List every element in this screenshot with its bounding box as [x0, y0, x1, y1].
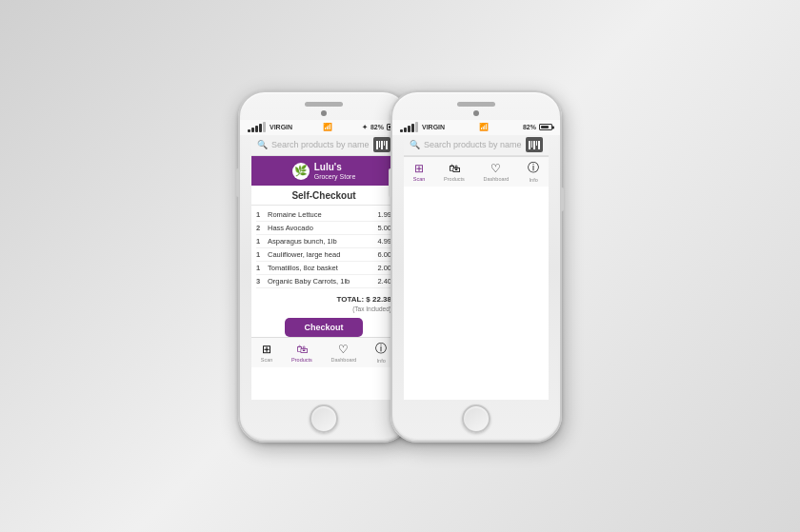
- home-button-left[interactable]: [310, 404, 338, 433]
- total-row-left: TOTAL: $ 22.38: [251, 291, 396, 305]
- signal-bars-right: [400, 122, 418, 132]
- wifi-left: 📶: [323, 123, 332, 131]
- nav-dashboard-left[interactable]: ♡ Dashboard: [331, 343, 357, 363]
- cart-item-0: 1 Romaine Lettuce 1.99: [256, 208, 391, 222]
- phone-top-left: [240, 92, 408, 120]
- signal-dot-5: [263, 122, 266, 132]
- search-input-left[interactable]: Search products by name: [271, 140, 370, 149]
- barcode-button-left[interactable]: [373, 137, 390, 152]
- signal-dot-1: [248, 129, 250, 132]
- item-name-2: Asparagus bunch, 1lb: [266, 237, 377, 246]
- speaker-left: [305, 102, 343, 107]
- app-header-text-container: Lulu's Grocery Store: [314, 162, 356, 181]
- carrier-right: VIRGIN: [422, 124, 445, 130]
- nav-products-right[interactable]: 🛍 Products: [444, 162, 465, 182]
- app-subtitle-left: Grocery Store: [314, 173, 356, 181]
- item-price-0: 1.99: [377, 210, 391, 219]
- bluetooth-left: ✦: [362, 124, 368, 131]
- item-name-0: Romaine Lettuce: [266, 210, 377, 219]
- nav-products-left[interactable]: 🛍 Products: [291, 343, 312, 363]
- checkout-title-left: Self-Checkout: [251, 186, 396, 206]
- item-name-4: Tomatillos, 8oz basket: [266, 264, 377, 272]
- item-name-1: Hass Avocado: [266, 224, 377, 232]
- nav-info-right[interactable]: ⓘ Info: [528, 160, 539, 183]
- signal-dot-r2: [404, 128, 407, 132]
- app-logo-left: 🌿: [292, 163, 310, 180]
- nav-dashboard-right[interactable]: ♡ Dashboard: [484, 162, 510, 182]
- cart-item-1: 2 Hass Avocado 5.00: [256, 222, 391, 235]
- cart-item-2: 1 Asparagus bunch, 1lb 4.99: [256, 235, 391, 248]
- item-qty-5: 3: [256, 277, 266, 286]
- front-camera-left: [321, 110, 327, 116]
- barcode-button-right[interactable]: [526, 137, 543, 152]
- phone-right: VIRGIN 📶 82% 🔍 Search products by name: [390, 90, 562, 443]
- speaker-right: [457, 102, 495, 107]
- search-bar-right[interactable]: 🔍 Search products by name: [404, 135, 549, 156]
- bottom-nav-left: ⊞ Scan 🛍 Products ♡ Dashboard ⓘ Info: [251, 337, 396, 367]
- status-bar-right: VIRGIN 📶 82%: [392, 120, 560, 135]
- scene: VIRGIN 📶 ✦ 82% 🔍 Search products by name: [0, 0, 800, 532]
- item-qty-3: 1: [256, 250, 266, 259]
- search-icon-left: 🔍: [257, 140, 268, 149]
- item-qty-2: 1: [256, 237, 266, 246]
- status-bar-left: VIRGIN 📶 ✦ 82%: [240, 120, 408, 135]
- item-price-1: 5.00: [377, 224, 391, 232]
- item-qty-0: 1: [256, 210, 266, 219]
- home-button-right[interactable]: [462, 404, 490, 433]
- phone-top-right: [392, 92, 560, 120]
- bottom-nav-right: ⊞ Scan 🛍 Products ♡ Dashboard ⓘ Info: [404, 156, 549, 187]
- nav-scan-left[interactable]: ⊞ Scan: [261, 343, 273, 363]
- search-icon-right: 🔍: [410, 140, 420, 149]
- signal-dot-r1: [400, 129, 403, 132]
- app-header-left: 🌿 Lulu's Grocery Store: [251, 156, 396, 186]
- dashboard-icon-left: ♡: [338, 343, 349, 356]
- scan-icon-left: ⊞: [262, 343, 271, 356]
- signal-bars-left: [248, 122, 266, 132]
- signal-dot-r4: [411, 124, 414, 132]
- cart-items-left: 1 Romaine Lettuce 1.99 2 Hass Avocado 5.…: [251, 206, 396, 291]
- search-bar-left[interactable]: 🔍 Search products by name: [251, 135, 396, 156]
- scan-label-left: Scan: [261, 357, 273, 363]
- app-name-left: Lulu's: [314, 162, 356, 173]
- item-price-2: 4.99: [377, 237, 391, 246]
- dashboard-label-left: Dashboard: [331, 357, 357, 363]
- item-qty-1: 2: [256, 224, 266, 232]
- signal-dot-r5: [415, 122, 418, 132]
- products-label-left: Products: [291, 357, 312, 363]
- signal-dot-r3: [408, 126, 410, 132]
- info-icon-right: ⓘ: [528, 160, 539, 176]
- item-name-3: Cauliflower, large head: [266, 250, 377, 259]
- nav-scan-right[interactable]: ⊞ Scan: [413, 162, 426, 182]
- item-price-5: 2.40: [377, 277, 391, 286]
- signal-dot-2: [251, 128, 254, 132]
- item-price-3: 6.00: [377, 250, 391, 259]
- products-icon-left: 🛍: [296, 343, 308, 356]
- front-camera-right: [473, 110, 479, 116]
- battery-right: [539, 124, 552, 130]
- cart-item-5: 3 Organic Baby Carrots, 1lb 2.40: [256, 275, 391, 288]
- search-input-right[interactable]: Search products by name: [424, 140, 522, 149]
- cart-item-3: 1 Cauliflower, large head 6.00: [256, 248, 391, 262]
- signal-dot-4: [259, 124, 262, 132]
- phone-left: VIRGIN 📶 ✦ 82% 🔍 Search products by name: [238, 90, 410, 443]
- screen-left: 🔍 Search products by name 🌿 Lulu's: [251, 135, 396, 400]
- tax-label-left: (Tax Included): [251, 305, 396, 312]
- carrier-left: VIRGIN: [270, 124, 292, 130]
- products-icon-right: 🛍: [449, 162, 460, 175]
- info-icon-left: ⓘ: [375, 341, 387, 357]
- cart-item-4: 1 Tomatillos, 8oz basket 2.00: [256, 262, 391, 275]
- info-label-left: Info: [377, 358, 386, 364]
- products-label-right: Products: [444, 176, 465, 182]
- scan-label-right: Scan: [413, 176, 426, 182]
- checkout-button-left[interactable]: Checkout: [285, 318, 362, 337]
- battery-pct-right: 82%: [523, 124, 536, 130]
- dashboard-label-right: Dashboard: [484, 176, 510, 182]
- status-left-right: VIRGIN: [400, 122, 445, 132]
- scan-icon-right: ⊞: [414, 162, 424, 175]
- status-right-right: 82%: [523, 124, 552, 130]
- nav-info-left[interactable]: ⓘ Info: [375, 341, 387, 364]
- wifi-right: 📶: [479, 123, 489, 131]
- barcode-icon-left: [376, 141, 388, 149]
- dashboard-icon-right: ♡: [490, 162, 501, 175]
- info-label-right: Info: [530, 177, 538, 183]
